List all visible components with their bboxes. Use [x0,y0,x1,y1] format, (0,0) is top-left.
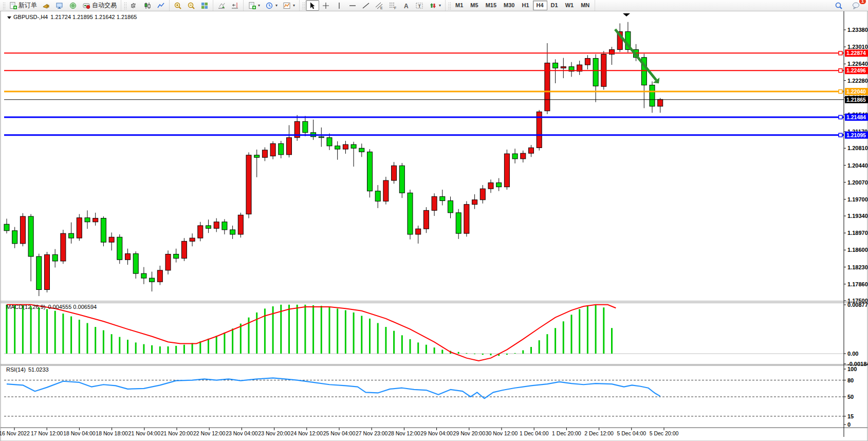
time-label: 25 Nov 04:00 [323,430,356,436]
autotrading-button-label: 自动交易 [92,1,117,10]
chart-frame [1,11,867,441]
vertical-line-button[interactable] [333,0,346,11]
svg-text:1.21095: 1.21095 [846,132,866,138]
tile-windows-button[interactable] [198,0,211,11]
notification-badge: 1 [859,0,866,4]
crosshair-button[interactable] [319,0,333,11]
svg-text:1.20070: 1.20070 [847,179,868,186]
zoom-out-button[interactable] [184,0,198,11]
chart-shift-button[interactable] [228,0,242,11]
symbol-period-label: GBPUSD-,H4 [13,14,48,20]
svg-text:1.19340: 1.19340 [847,213,868,219]
toolbar-group [170,0,213,11]
new-chart-button[interactable]: ▾ [245,0,263,11]
toolbar: 新订单自动交易▾▾▾EFAT▾M1M5M15M30H1H4D1W1MN 1 [0,0,868,11]
bar-chart-button[interactable] [127,0,141,11]
rsi-indicator-label: RSI(14)51.0233 [6,366,49,373]
svg-text:1.23380: 1.23380 [847,27,868,33]
timeframe-m5[interactable]: M5 [467,1,482,10]
symbol-dropdown-icon[interactable] [7,16,11,19]
navigator-button[interactable] [66,0,80,11]
zoom-in-button[interactable] [171,0,184,11]
svg-text:0.008779: 0.008779 [847,302,868,308]
toolbar-grip[interactable] [448,2,451,9]
toolbar-grip[interactable] [3,2,5,9]
rsi-name: RSI(14) [6,366,26,373]
svg-text:100: 100 [847,366,857,372]
svg-text:1.18600: 1.18600 [847,247,868,253]
macd-values: 0.004555 0.006594 [48,304,97,310]
svg-text:T: T [418,3,421,8]
alerts-button[interactable] [40,0,53,11]
svg-text:F: F [394,6,396,9]
rsi-value: 51.0233 [28,366,49,373]
time-label: 24 Nov 12:00 [291,430,323,436]
timeframe-d1[interactable]: D1 [547,1,562,10]
svg-text:1.20440: 1.20440 [847,162,868,169]
search-icon[interactable] [832,0,845,11]
arrows-button[interactable]: ▾ [426,0,444,11]
chat-icon[interactable]: 1 [849,0,863,11]
new-order-button[interactable]: 新订单 [6,0,40,11]
timeframe-m30[interactable]: M30 [500,1,518,10]
time-label: 23 Nov 20:00 [258,430,290,436]
ohlc-values: 1.21724 1.21895 1.21642 1.21865 [50,14,137,20]
trendline-button[interactable] [359,0,373,11]
time-label: 2 Dec 12:00 [584,430,614,436]
auto-scroll-button[interactable] [215,0,228,11]
time-label: 1 Dec 20:00 [552,430,581,436]
time-label: 29 Nov 04:00 [420,430,453,436]
timeframe-h1[interactable]: H1 [518,1,532,10]
toolbar-grip[interactable] [124,2,126,9]
svg-text:1.18230: 1.18230 [847,264,868,270]
svg-text:A: A [404,2,409,9]
macd-name: MACD(12,26,9) [6,304,45,310]
toolbar-right: 1 [832,0,868,11]
time-label: 17 Nov 12:00 [31,430,63,436]
channel-button[interactable]: E [373,0,386,11]
timeframe-h4[interactable]: H4 [533,1,547,10]
svg-text:1.18970: 1.18970 [847,230,868,236]
svg-text:0.00: 0.00 [847,351,858,357]
timeframe-m15[interactable]: M15 [482,1,500,10]
timeframe-m1[interactable]: M1 [452,1,467,10]
svg-text:1.21484: 1.21484 [846,114,866,120]
time-label: 16 Nov 2022 [0,430,30,436]
svg-text:1.22496: 1.22496 [846,67,866,74]
line-chart-button[interactable] [154,0,168,11]
toolbar-group: 新订单自动交易 [0,0,121,11]
svg-text:1.17860: 1.17860 [847,281,868,287]
svg-text:1.19700: 1.19700 [847,196,868,203]
label-button[interactable]: T [413,0,426,11]
time-label: 18 Nov 04:00 [63,430,96,436]
cursor-button[interactable] [306,0,319,11]
mt4-window: 新订单自动交易▾▾▾EFAT▾M1M5M15M30H1H4D1W1MN 1 1.… [0,0,868,441]
toolbar-group [213,0,244,11]
svg-text:E: E [380,6,383,9]
chart-canvas[interactable]: 1.233801.230101.226401.222801.219101.215… [0,0,868,441]
svg-text:0: 0 [847,421,851,428]
time-label: 1 Dec 04:00 [520,430,549,436]
chevron-down-icon: ▾ [439,3,441,8]
timeframe-w1[interactable]: W1 [562,1,578,10]
svg-text:1.22874: 1.22874 [846,50,866,56]
horizontal-line-button[interactable] [346,0,359,11]
svg-text:1.22040: 1.22040 [846,88,866,95]
text-button[interactable]: A [399,0,413,11]
market-watch-button[interactable] [53,0,66,11]
time-label: 5 Dec 04:00 [617,430,646,436]
svg-text:1.23010: 1.23010 [847,44,868,50]
time-label: 27 Nov 23:00 [356,430,388,436]
time-label: 21 Nov 20:00 [161,430,193,436]
fibonacci-button[interactable]: F [386,0,399,11]
templates-button[interactable]: ▾ [280,0,298,11]
time-label: 23 Nov 04:00 [226,430,258,436]
toolbar-grip[interactable] [302,2,305,9]
toolbar-group [121,0,170,11]
autotrading-button[interactable]: 自动交易 [80,0,119,11]
time-label: 29 Nov 20:00 [453,430,486,436]
timeframe-group: M1M5M15M30H1H4D1W1MN [446,0,595,11]
timeframe-mn[interactable]: MN [577,1,593,10]
periods-button[interactable]: ▾ [263,0,280,11]
candle-chart-button[interactable] [141,0,154,11]
